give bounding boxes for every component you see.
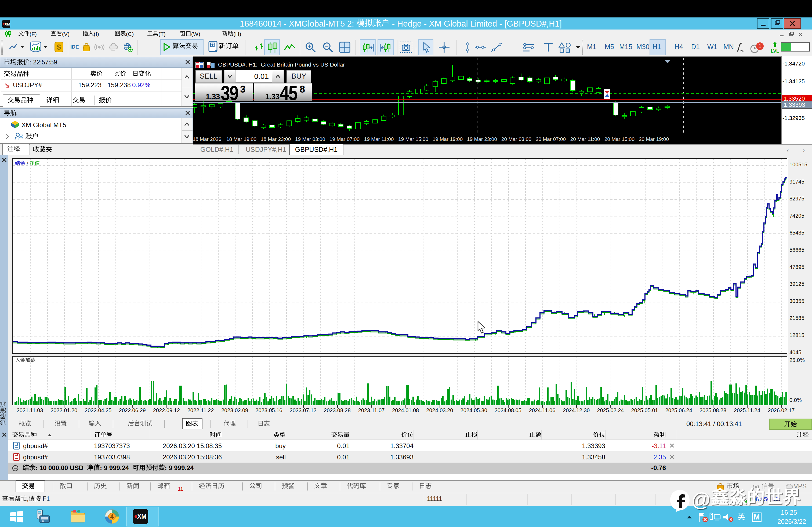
svg-text:XM: XM	[137, 513, 147, 520]
svg-text:1: 1	[758, 43, 762, 49]
svg-text:$: $	[57, 43, 61, 51]
svg-text:LVL: LVL	[771, 48, 779, 54]
svg-text:XM: XM	[4, 22, 10, 26]
svg-text:4: 4	[110, 513, 114, 520]
